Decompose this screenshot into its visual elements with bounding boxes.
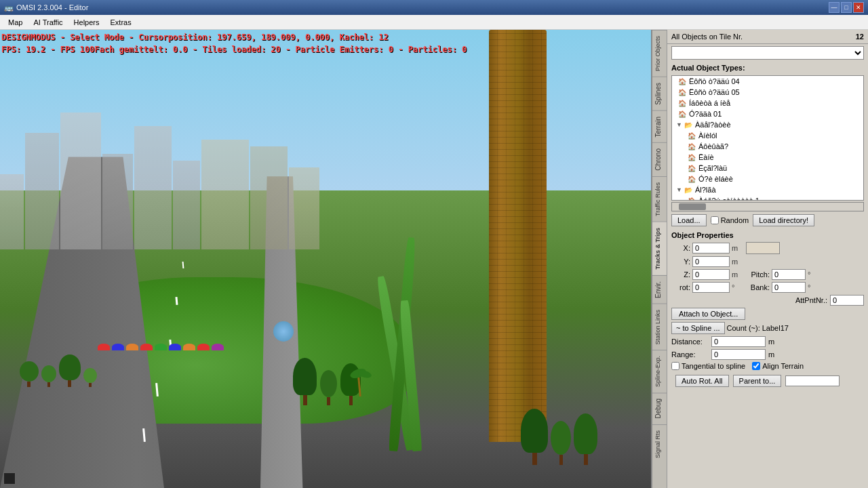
object-properties: Object Properties X: m Y: m bbox=[667, 229, 868, 488]
tree-item-label-6: Àíèlól bbox=[698, 131, 717, 140]
menu-ai-traffic[interactable]: AI Traffic bbox=[28, 17, 68, 28]
house-icon-9: 🏠 bbox=[687, 163, 696, 173]
z-input[interactable] bbox=[692, 269, 730, 280]
tree-item-label-2: Ëôñò ò?ääú 05 bbox=[689, 88, 740, 96]
distance-label: Distance: bbox=[671, 338, 709, 346]
fountain bbox=[273, 321, 294, 342]
vtab-traffic-rules[interactable]: Traffic Rules bbox=[652, 176, 667, 222]
vtab-station-links[interactable]: Station Links bbox=[652, 304, 667, 350]
tree-hscrollbar[interactable] bbox=[671, 202, 864, 211]
folder-icon-5: 📂 bbox=[684, 120, 693, 129]
folder-icon-11: 📂 bbox=[684, 185, 693, 195]
autorot-button[interactable]: Auto Rot. All bbox=[675, 375, 729, 387]
status-line2: FPS: 19.2 - FPS 100Fach gemittelt: 0.0 -… bbox=[1, 43, 467, 56]
minimize-button[interactable]: — bbox=[829, 2, 840, 13]
pitch-unit: ° bbox=[808, 270, 810, 279]
z-pitch-row: Z: m Pitch: ° bbox=[671, 269, 864, 280]
parent-input[interactable] bbox=[785, 375, 840, 386]
menu-extras[interactable]: Extras bbox=[105, 17, 137, 28]
x-label: X: bbox=[671, 244, 690, 252]
tree-item-label-1: Ëôñò ò?ääú 04 bbox=[689, 77, 740, 85]
pitch-input[interactable] bbox=[772, 269, 806, 280]
range-row: Range: m bbox=[671, 349, 864, 360]
banana-plants bbox=[391, 199, 431, 451]
expand-icon-11: ▼ bbox=[676, 186, 682, 193]
house-icon-7: 🏠 bbox=[687, 142, 696, 151]
load-button[interactable]: Load... bbox=[671, 214, 707, 226]
attpntnr-label: AttPntNr.: bbox=[795, 296, 827, 304]
align-terrain-text: Align Terrain bbox=[762, 362, 804, 370]
tree-item-label-12: Àóã?ú-çàíèàòèè 1 bbox=[698, 197, 760, 201]
tree-item-3[interactable]: 🏠 Íáôèòà á íèå bbox=[672, 98, 863, 108]
main-area: DESIGNMODUS - Select Mode - Cursorpositi… bbox=[0, 30, 868, 488]
vtab-terrain[interactable]: Terrain bbox=[652, 110, 667, 143]
tree-item-5[interactable]: ▼ 📂 Àäål?àòèè bbox=[672, 119, 863, 130]
attach-button[interactable]: Attach to Object... bbox=[671, 308, 745, 320]
tree-item-10[interactable]: 🏠 Ó?è èláèè bbox=[672, 174, 863, 184]
pitch-label: Pitch: bbox=[746, 270, 770, 279]
parent-button[interactable]: Parent to... bbox=[733, 375, 782, 387]
attpntnr-input[interactable] bbox=[830, 295, 864, 306]
object-type-dropdown[interactable] bbox=[671, 46, 864, 60]
vtab-debug[interactable]: Debug bbox=[652, 392, 667, 424]
range-input[interactable] bbox=[711, 349, 766, 360]
y-input[interactable] bbox=[692, 256, 730, 267]
bank-unit: ° bbox=[808, 283, 810, 291]
menu-map[interactable]: Map bbox=[3, 17, 28, 28]
house-icon-2: 🏠 bbox=[677, 87, 687, 97]
tree-item-9[interactable]: 🏠 Ëçãl?làü bbox=[672, 163, 863, 174]
y-row: Y: m bbox=[671, 256, 864, 267]
titlebar: 🚌 OMSI 2.3.004 - Editor — □ ✕ bbox=[0, 0, 868, 15]
vtab-prior-objects[interactable]: Prior Objects bbox=[652, 30, 667, 77]
align-terrain-checkbox[interactable] bbox=[752, 362, 760, 370]
app-icon: 🚌 bbox=[4, 3, 14, 12]
distance-row: Distance: m bbox=[671, 336, 864, 347]
y-label: Y: bbox=[671, 258, 690, 266]
x-unit: m bbox=[732, 244, 744, 252]
tree-item-6[interactable]: 🏠 Àíèlól bbox=[672, 130, 863, 141]
range-unit: m bbox=[768, 350, 774, 359]
status-line1: DESIGNMODUS - Select Mode - Cursorpositi… bbox=[1, 31, 467, 43]
vtab-chrono[interactable]: Chrono bbox=[652, 142, 667, 176]
vtab-tracks-trips[interactable]: Tracks & Trips bbox=[652, 222, 667, 275]
spline-button[interactable]: ~ to Spline ... bbox=[671, 322, 725, 334]
object-tree[interactable]: 🏠 Ëôñò ò?ääú 04 🏠 Ëôñò ò?ääú 05 🏠 Íáôèòà… bbox=[671, 75, 864, 201]
tree-item-4[interactable]: 🏠 Ó?ääà 01 bbox=[672, 108, 863, 119]
maximize-button[interactable]: □ bbox=[841, 2, 852, 13]
tree-item-2[interactable]: 🏠 Ëôñò ò?ääú 05 bbox=[672, 87, 863, 98]
spline-count-row: ~ to Spline ... Count (~): Label17 bbox=[671, 322, 864, 334]
palm-1 bbox=[358, 369, 360, 396]
tree-item-1[interactable]: 🏠 Ëôñò ò?ääú 04 bbox=[672, 76, 863, 87]
market-area bbox=[98, 296, 358, 350]
vtab-envir[interactable]: Envir. bbox=[652, 275, 667, 304]
tangential-checkbox[interactable] bbox=[671, 362, 679, 370]
tree-item-label-8: Ëàíè bbox=[698, 153, 714, 161]
vtabs-container: Prior Objects Splines Terrain Chrono Tra… bbox=[652, 30, 667, 488]
close-button[interactable]: ✕ bbox=[853, 2, 864, 13]
tree-item-12[interactable]: 🏠 Àóã?ú-çàíèàòèè 1 bbox=[672, 195, 863, 201]
tile-number: 12 bbox=[856, 33, 864, 41]
distance-input[interactable] bbox=[711, 336, 766, 347]
3d-viewport[interactable]: DESIGNMODUS - Select Mode - Cursorpositi… bbox=[0, 30, 651, 488]
obj-props-title: Object Properties bbox=[671, 231, 864, 239]
x-input[interactable] bbox=[692, 243, 730, 253]
vtab-signal-rts[interactable]: Signal Rts bbox=[652, 424, 667, 464]
tree-item-11[interactable]: ▼ 📂 Ál?lãà bbox=[672, 184, 863, 195]
tree-item-7[interactable]: 🏠 Áôèûàã? bbox=[672, 141, 863, 152]
tangential-label: Tangential to spline bbox=[671, 362, 745, 370]
tree-item-label-10: Ó?è èláèè bbox=[698, 175, 733, 183]
random-checkbox[interactable] bbox=[711, 216, 719, 224]
load-directory-button[interactable]: Load directory! bbox=[753, 214, 814, 226]
vtab-spline-exp[interactable]: Spline-Exp. bbox=[652, 350, 667, 392]
bank-input[interactable] bbox=[772, 282, 806, 293]
house-icon-6: 🏠 bbox=[687, 131, 696, 140]
color-swatch[interactable] bbox=[746, 242, 780, 254]
tree-item-8[interactable]: 🏠 Ëàíè bbox=[672, 152, 863, 163]
z-unit: m bbox=[732, 270, 744, 279]
house-icon-1: 🏠 bbox=[677, 77, 687, 86]
rot-input[interactable] bbox=[692, 282, 730, 293]
app-title: OMSI 2.3.004 - Editor bbox=[16, 3, 88, 12]
menu-helpers[interactable]: Helpers bbox=[68, 17, 105, 28]
vtab-splines[interactable]: Splines bbox=[652, 77, 667, 110]
tangential-text: Tangential to spline bbox=[682, 362, 745, 370]
